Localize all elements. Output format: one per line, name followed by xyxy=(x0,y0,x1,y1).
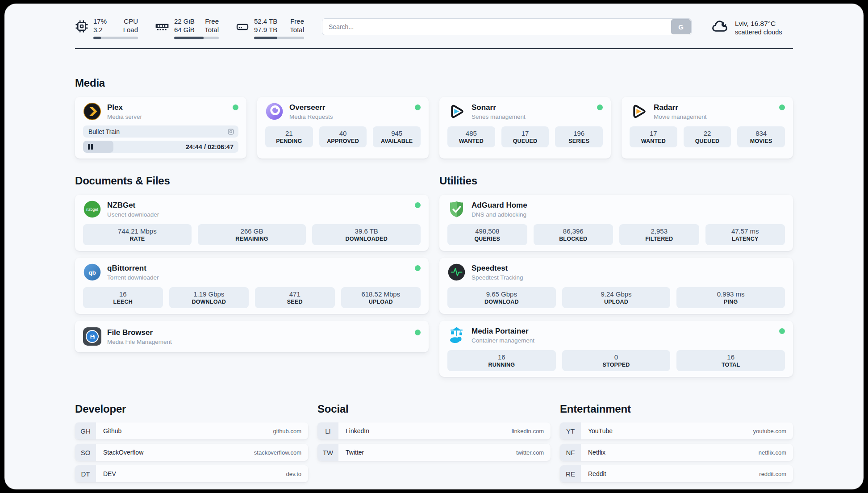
overseerr-icon xyxy=(265,102,284,121)
stat-leech: 16LEECH xyxy=(83,287,163,308)
app-description: Media File Management xyxy=(107,338,409,346)
app-card-radarr[interactable]: Radarr Movie management 17WANTED 22QUEUE… xyxy=(622,97,793,159)
status-online-dot xyxy=(597,104,603,110)
bookmark-youtube[interactable]: YT YouTube youtube.com xyxy=(560,422,793,439)
stat-queued: 22QUEUED xyxy=(684,126,731,147)
section-title-entertainment: Entertainment xyxy=(560,403,793,415)
bookmark-name: StackOverflow xyxy=(103,449,143,456)
stat-download: 9.65 GbpsDOWNLOAD xyxy=(447,287,556,308)
app-card-portainer[interactable]: Media Portainer Container management 16R… xyxy=(439,321,793,377)
bookmark-name: LinkedIn xyxy=(346,427,369,435)
stat-movies: 834MOVIES xyxy=(737,126,785,147)
section-title-social: Social xyxy=(317,403,551,415)
app-description: Usenet downloader xyxy=(107,211,409,218)
app-card-nzbget[interactable]: nzbget NZBGet Usenet downloader 744.21 M… xyxy=(75,195,429,251)
cpu-stat: 17%CPU 3.2Load xyxy=(75,17,138,39)
app-card-speedtest[interactable]: Speedtest Speedtest Tracking 9.65 GbpsDO… xyxy=(439,258,793,314)
section-title-developer: Developer xyxy=(75,403,308,415)
bookmark-linkedin[interactable]: LI LinkedIn linkedin.com xyxy=(317,422,551,439)
app-description: Media Requests xyxy=(289,113,409,121)
storage-progress xyxy=(254,37,304,39)
stat-total: 16TOTAL xyxy=(676,350,785,371)
app-card-sonarr[interactable]: Sonarr Series management 485WANTED 17QUE… xyxy=(439,97,611,159)
bookmarks-developer: Developer GH Github github.com SO StackO… xyxy=(75,377,308,482)
app-name: Media Portainer xyxy=(472,326,773,336)
stat-downloaded: 39.6 TBDOWNLOADED xyxy=(312,224,421,245)
svg-text:nzbget: nzbget xyxy=(86,207,98,212)
app-card-adguard[interactable]: AdGuard Home DNS and adblocking 498,508Q… xyxy=(439,195,793,251)
stat-ping: 0.993 msPING xyxy=(676,287,785,308)
search-bar: G xyxy=(322,18,692,35)
stat-queries: 498,508QUERIES xyxy=(447,224,527,245)
stat-queued: 17QUEUED xyxy=(501,126,549,147)
app-card-plex[interactable]: Plex Media server Bullet Train 24:44 / 0… xyxy=(75,97,246,159)
search-engine-button[interactable]: G xyxy=(671,19,691,34)
status-online-dot xyxy=(415,330,421,335)
stat-approved: 40APPROVED xyxy=(319,126,367,147)
bookmark-name: YouTube xyxy=(588,427,613,435)
cpu-label: CPU xyxy=(124,17,138,25)
cpu-icon xyxy=(75,20,88,33)
bookmark-url: stackoverflow.com xyxy=(254,449,301,456)
status-online-dot xyxy=(779,104,785,110)
cloud-icon xyxy=(710,20,729,36)
bookmark-name: Twitter xyxy=(346,449,364,456)
section-title-media: Media xyxy=(75,77,793,89)
app-description: Torrent downloader xyxy=(107,274,409,281)
bookmark-abbr-icon: GH xyxy=(75,422,96,439)
bookmarks-social: Social LI LinkedIn linkedin.com TW Twitt… xyxy=(317,377,551,461)
bookmark-abbr-icon: NF xyxy=(560,444,581,461)
stat-blocked: 86,396BLOCKED xyxy=(534,224,613,245)
plex-playback-bar: 24:44 / 02:06:47 xyxy=(83,141,238,153)
app-name: AdGuard Home xyxy=(472,201,785,210)
status-online-dot xyxy=(779,328,785,334)
section-title-utilities: Utilities xyxy=(439,175,793,187)
stat-running: 16RUNNING xyxy=(447,350,556,371)
stat-series: 196SERIES xyxy=(555,126,603,147)
header-divider xyxy=(75,48,793,49)
bookmark-url: youtube.com xyxy=(753,428,786,435)
app-card-filebrowser[interactable]: File Browser Media File Management xyxy=(75,321,429,352)
stat-wanted: 17WANTED xyxy=(630,126,677,147)
cpu-percent: 17% xyxy=(93,17,107,25)
filebrowser-icon xyxy=(83,327,101,346)
dashboard-content: Media Plex Media server xyxy=(4,77,864,489)
status-online-dot xyxy=(415,202,421,208)
memory-label: Free xyxy=(205,17,219,25)
bookmark-abbr-icon: DT xyxy=(75,465,96,482)
cpu-progress xyxy=(93,37,138,39)
stat-upload: 618.52 MbpsUPLOAD xyxy=(341,287,421,308)
bookmark-stackoverflow[interactable]: SO StackOverflow stackoverflow.com xyxy=(75,444,308,461)
app-card-qbittorrent[interactable]: qb qBittorrent Torrent downloader 16LEEC… xyxy=(75,258,429,314)
bookmark-abbr-icon: YT xyxy=(560,422,581,439)
bookmark-name: DEV xyxy=(103,470,116,477)
search-input[interactable] xyxy=(322,18,692,35)
app-name: qBittorrent xyxy=(107,263,409,273)
memory-stat: 22 GiBFree 64 GiBTotal xyxy=(155,17,219,39)
app-card-overseerr[interactable]: Overseerr Media Requests 21PENDING 40APP… xyxy=(257,97,429,159)
bookmark-twitter[interactable]: TW Twitter twitter.com xyxy=(317,444,551,461)
storage-free: 52.4 TB xyxy=(254,17,277,25)
speedtest-icon xyxy=(447,263,466,281)
bookmark-name: Github xyxy=(103,427,121,435)
bookmark-reddit[interactable]: RE Reddit reddit.com xyxy=(560,465,793,482)
pause-icon[interactable] xyxy=(88,144,93,150)
bookmark-netflix[interactable]: NF Netflix netflix.com xyxy=(560,444,793,461)
bookmark-name: Reddit xyxy=(588,470,606,477)
documents-column: Documents & Files nzbget xyxy=(75,159,429,352)
bookmarks-entertainment: Entertainment YT YouTube youtube.com NF … xyxy=(560,377,793,482)
bookmark-abbr-icon: TW xyxy=(317,444,338,461)
storage-stat: 52.4 TBFree 97.9 TBTotal xyxy=(236,17,304,39)
app-name: Speedtest xyxy=(472,263,785,273)
app-description: Speedtest Tracking xyxy=(472,274,785,281)
top-bar: 17%CPU 3.2Load 22 GiBFree 64 GiBTotal xyxy=(4,4,864,39)
media-grid: Plex Media server Bullet Train 24:44 / 0… xyxy=(75,97,793,159)
adguard-icon xyxy=(447,200,466,218)
bookmark-github[interactable]: GH Github github.com xyxy=(75,422,308,439)
session-icon[interactable] xyxy=(227,128,234,135)
hard-drive-icon xyxy=(236,20,249,33)
system-stats: 17%CPU 3.2Load 22 GiBFree 64 GiBTotal xyxy=(75,17,304,39)
plex-now-playing-row: Bullet Train xyxy=(83,125,238,138)
memory-total: 64 GiB xyxy=(174,25,195,34)
bookmark-dev[interactable]: DT DEV dev.to xyxy=(75,465,308,482)
